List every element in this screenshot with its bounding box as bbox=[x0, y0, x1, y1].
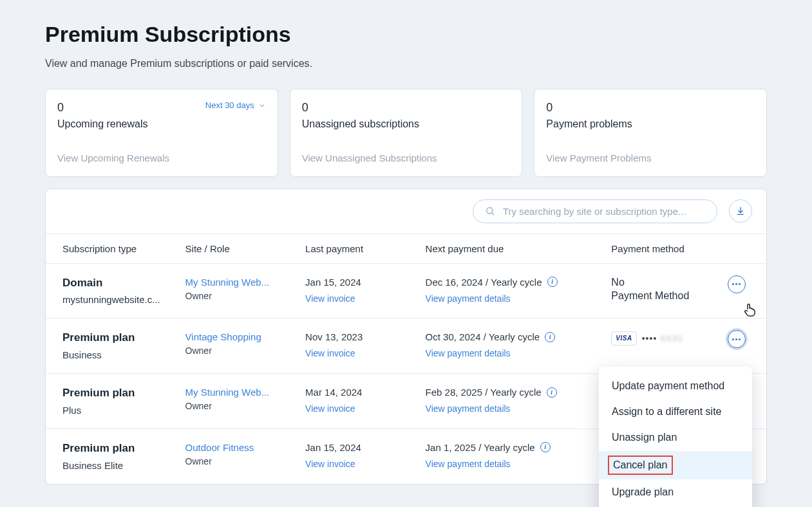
info-icon[interactable]: i bbox=[540, 442, 551, 452]
view-invoice-link[interactable]: View invoice bbox=[305, 293, 355, 306]
col-header-last-payment: Last payment bbox=[305, 234, 426, 263]
next-payment-text: Dec 16, 2024 / Yearly cycle bbox=[426, 275, 542, 289]
summary-cards: 0 Next 30 days Upcoming renewals View Up… bbox=[45, 89, 767, 177]
page-subtitle: View and manage Premium subscriptions or… bbox=[45, 57, 767, 71]
view-payment-details-link[interactable]: View payment details bbox=[426, 347, 511, 360]
table-row: Premium plan Business Vintage Shopping O… bbox=[46, 318, 766, 374]
info-icon[interactable]: i bbox=[547, 277, 558, 287]
row-more-button[interactable] bbox=[728, 330, 746, 348]
col-header-next-payment: Next payment due bbox=[426, 234, 612, 263]
site-role: Owner bbox=[185, 345, 306, 358]
subscriptions-panel: Subscription type Site / Role Last payme… bbox=[45, 189, 767, 484]
card-count: 0 bbox=[57, 100, 64, 116]
view-payment-details-link[interactable]: View payment details bbox=[426, 293, 511, 306]
site-role: Owner bbox=[185, 400, 306, 413]
view-invoice-link[interactable]: View invoice bbox=[305, 347, 355, 360]
summary-card: 0 Next 30 days Upcoming renewals View Up… bbox=[45, 89, 278, 177]
info-icon[interactable]: i bbox=[547, 387, 557, 398]
more-icon bbox=[732, 338, 741, 340]
col-header-payment: Payment method bbox=[611, 234, 727, 263]
row-more-button[interactable] bbox=[728, 275, 746, 293]
view-invoice-link[interactable]: View invoice bbox=[305, 403, 355, 416]
site-link[interactable]: Outdoor Fitness bbox=[185, 441, 276, 454]
page-title: Premium Subscriptions bbox=[45, 19, 767, 50]
info-icon[interactable]: i bbox=[545, 332, 555, 342]
card-label: Payment problems bbox=[546, 117, 755, 131]
more-icon bbox=[732, 283, 741, 285]
site-role: Owner bbox=[185, 456, 306, 468]
subscription-name: Premium plan bbox=[62, 385, 185, 401]
card-mask: •••• 8430 bbox=[642, 333, 683, 346]
view-payment-details-link[interactable]: View payment details bbox=[426, 403, 511, 416]
search-icon bbox=[485, 206, 495, 216]
card-footer-link[interactable]: View Upcoming Renewals bbox=[57, 132, 266, 165]
subscription-name: Premium plan bbox=[62, 441, 185, 456]
next-payment-text: Jan 1, 2025 / Yearly cycle bbox=[426, 441, 535, 454]
last-payment-date: Jan 15, 2024 bbox=[305, 275, 426, 289]
dropdown-item-label: Cancel plan bbox=[608, 456, 673, 475]
subscription-name: Domain bbox=[62, 275, 185, 291]
download-icon bbox=[735, 206, 746, 216]
card-count: 0 bbox=[546, 100, 552, 116]
dropdown-item[interactable]: Unassign plan bbox=[599, 425, 752, 450]
subscription-subname: Plus bbox=[62, 403, 185, 417]
chevron-down-icon bbox=[258, 102, 266, 109]
summary-card: 0 Payment problems View Payment Problems bbox=[534, 89, 767, 177]
payment-method-text: NoPayment Method bbox=[611, 275, 727, 303]
subscription-subname: mystunningwebsite.c... bbox=[62, 293, 185, 306]
dropdown-item-label: Update payment method bbox=[612, 380, 724, 391]
card-footer-link[interactable]: View Unassigned Subscriptions bbox=[302, 132, 511, 165]
dropdown-item[interactable]: Upgrade plan bbox=[599, 479, 752, 505]
card-period-select[interactable]: Next 30 days bbox=[205, 100, 266, 111]
table-row: Domain mystunningwebsite.c... My Stunnin… bbox=[46, 263, 766, 318]
row-actions-dropdown: Update payment methodAssign to a differe… bbox=[599, 367, 752, 507]
dropdown-item[interactable]: Cancel plan bbox=[599, 451, 752, 479]
last-payment-date: Jan 15, 2024 bbox=[305, 441, 426, 454]
visa-badge: VISA bbox=[611, 331, 636, 346]
subscription-subname: Business Elite bbox=[62, 459, 185, 472]
summary-card: 0 Unassigned subscriptions View Unassign… bbox=[290, 89, 523, 177]
dropdown-item[interactable]: Assign to a different site bbox=[599, 399, 752, 425]
dropdown-item-label: Upgrade plan bbox=[612, 486, 674, 497]
dropdown-item[interactable]: Update payment method bbox=[599, 373, 752, 399]
site-role: Owner bbox=[185, 290, 306, 303]
col-header-subscription: Subscription type bbox=[46, 234, 185, 263]
dropdown-item-label: Unassign plan bbox=[612, 432, 677, 443]
site-link[interactable]: My Stunning Web... bbox=[185, 385, 276, 399]
card-label: Unassigned subscriptions bbox=[302, 117, 511, 131]
view-invoice-link[interactable]: View invoice bbox=[305, 458, 355, 471]
search-input[interactable] bbox=[502, 205, 705, 217]
col-header-site: Site / Role bbox=[185, 234, 306, 263]
search-box[interactable] bbox=[473, 199, 717, 223]
card-label: Upcoming renewals bbox=[57, 117, 266, 131]
svg-point-0 bbox=[487, 208, 493, 214]
site-link[interactable]: Vintage Shopping bbox=[185, 330, 276, 344]
next-payment-text: Feb 28, 2025 / Yearly cycle bbox=[426, 385, 542, 399]
last-payment-date: Mar 14, 2024 bbox=[305, 385, 426, 399]
payment-method-chip: VISA •••• 8430 bbox=[611, 331, 683, 346]
last-payment-date: Nov 13, 2023 bbox=[305, 330, 426, 344]
subscription-name: Premium plan bbox=[62, 330, 185, 346]
dropdown-item-label: Assign to a different site bbox=[612, 406, 721, 417]
download-button[interactable] bbox=[729, 199, 752, 223]
card-footer-link[interactable]: View Payment Problems bbox=[546, 132, 755, 165]
subscription-subname: Business bbox=[62, 348, 185, 362]
view-payment-details-link[interactable]: View payment details bbox=[426, 458, 511, 471]
next-payment-text: Oct 30, 2024 / Yearly cycle bbox=[426, 330, 540, 344]
site-link[interactable]: My Stunning Web... bbox=[185, 275, 276, 289]
svg-line-1 bbox=[492, 213, 494, 215]
card-count: 0 bbox=[302, 100, 308, 116]
